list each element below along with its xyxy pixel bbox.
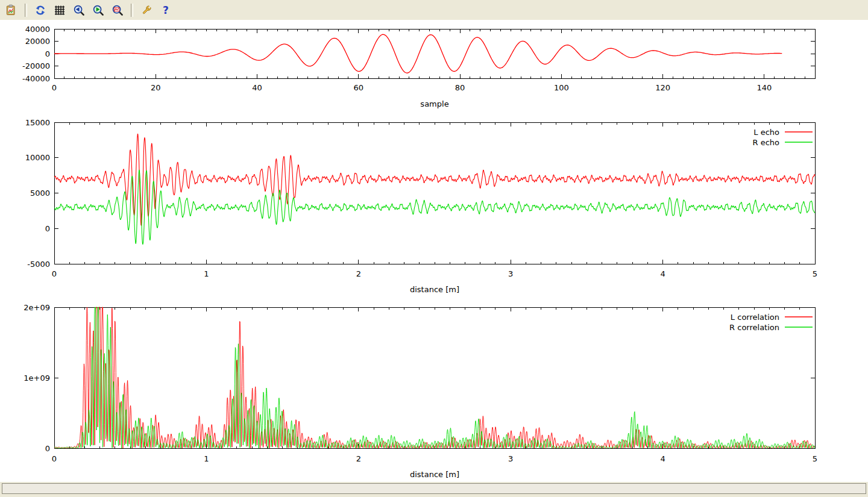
axis-label: 140: [756, 83, 772, 92]
gnuplot-window: ? -40000-2000002000040000020406080100120…: [0, 0, 868, 497]
series-transmit-pulse: [54, 34, 782, 73]
axis-label: 1: [204, 269, 209, 278]
axis-label: 0: [52, 454, 57, 463]
axis-label: 4: [660, 454, 665, 463]
status-bar: [0, 482, 868, 497]
axis-label: 3: [508, 454, 513, 463]
toolbar-separator: [25, 4, 27, 17]
axis-label: 1e+09: [24, 374, 50, 383]
axis-label: -20000: [22, 61, 50, 70]
axis-label: 2: [356, 454, 361, 463]
zoom-next-icon: [92, 4, 104, 16]
series-r-echo: [54, 170, 815, 245]
clipboard-chart-icon: [5, 4, 17, 16]
axis-label: 5: [813, 454, 817, 463]
zoom-previous-icon: [73, 4, 85, 16]
help-icon: ?: [160, 4, 172, 16]
status-message-field: [2, 483, 866, 494]
axis-label: 0: [45, 49, 50, 58]
replot-button[interactable]: [32, 2, 49, 19]
axis-label: sample: [420, 99, 448, 108]
axis-label: 5000: [30, 189, 50, 198]
copy-to-clipboard-button[interactable]: [3, 2, 20, 19]
axis-label: 4: [660, 269, 665, 278]
axis-label: L echo: [753, 128, 779, 137]
axis-label: 0: [52, 83, 57, 92]
toolbar-separator: [131, 4, 133, 17]
axis-label: 100: [554, 83, 569, 92]
axis-label: R correlation: [729, 323, 779, 332]
autoscale-button[interactable]: [109, 2, 126, 19]
axis-label: 3: [508, 269, 513, 278]
tick-marks: [54, 307, 815, 448]
zoom-next-button[interactable]: [90, 2, 107, 19]
zoom-autoscale-icon: [112, 4, 124, 16]
grid-icon: [54, 4, 66, 16]
axis-label: 2: [356, 269, 361, 278]
chart-2[interactable]: -5000050001000015000012345distance [m]L …: [25, 118, 818, 295]
axis-label: distance [m]: [410, 470, 459, 479]
plot-canvas[interactable]: -40000-200000200004000002040608010012014…: [0, 20, 868, 482]
axis-label: 20000: [25, 37, 50, 46]
configure-button[interactable]: [138, 2, 155, 19]
chart-3[interactable]: 01e+092e+09012345distance [m]L correlati…: [24, 303, 817, 480]
axis-label: R echo: [752, 138, 779, 147]
axis-label: 15000: [25, 118, 50, 127]
axis-label: 0: [45, 444, 50, 453]
axis-label: 20: [151, 83, 161, 92]
zoom-previous-button[interactable]: [71, 2, 87, 19]
axis-label: 1: [204, 454, 209, 463]
axis-label: 0: [45, 224, 50, 233]
axis-label: 60: [354, 83, 364, 92]
plot-frame: [54, 307, 815, 448]
axis-label: 120: [655, 83, 670, 92]
tick-marks: [54, 122, 815, 264]
series-l-echo: [54, 134, 815, 225]
plot-frame: [54, 122, 815, 264]
axis-label: 10000: [25, 153, 50, 162]
axis-label: 0: [52, 269, 57, 278]
toolbar: ?: [0, 0, 868, 20]
series-r-correlation: [54, 307, 815, 448]
wrench-icon: [140, 4, 153, 16]
axis-label: 2e+09: [24, 303, 50, 312]
help-button[interactable]: ?: [157, 2, 174, 19]
toggle-grid-button[interactable]: [51, 2, 68, 19]
axis-label: distance [m]: [410, 285, 459, 294]
charts-svg: -40000-200000200004000002040608010012014…: [0, 20, 868, 482]
help-glyph: ?: [163, 4, 169, 16]
axis-label: 40: [252, 83, 262, 92]
axis-label: -5000: [27, 260, 50, 269]
axis-label: 5: [813, 269, 817, 278]
axis-label: 80: [455, 83, 465, 92]
axis-label: L correlation: [731, 313, 779, 322]
refresh-icon: [34, 4, 46, 16]
chart-1[interactable]: -40000-200000200004000002040608010012014…: [22, 25, 815, 109]
axis-label: -40000: [22, 74, 50, 83]
axis-label: 40000: [25, 25, 50, 34]
series-l-correlation: [54, 307, 815, 448]
